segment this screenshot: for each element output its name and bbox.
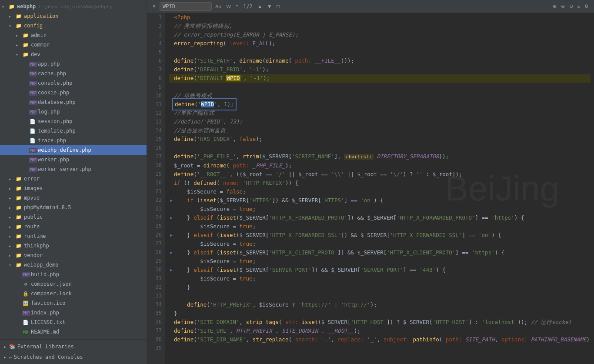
txt-icon-license: 📄 bbox=[22, 320, 30, 325]
label-log-php: log.php bbox=[38, 109, 60, 115]
code-line-6: define('SITE_PATH', dirname(dirname( pat… bbox=[169, 57, 591, 65]
sidebar-item-console-php[interactable]: ▸ PHP console.php bbox=[0, 78, 147, 88]
sidebar-item-route[interactable]: ▸ 📁 route bbox=[0, 222, 147, 231]
code-line-5 bbox=[169, 48, 591, 57]
folder-icon-phpmyadmin: 📁 bbox=[15, 205, 23, 210]
sidebar-item-common[interactable]: ▸ 📁 common bbox=[0, 40, 147, 50]
search-next-button[interactable]: ▼ bbox=[266, 3, 274, 10]
sidebar-item-trace-php[interactable]: ▸ 📄 trace.php bbox=[0, 136, 147, 145]
search-opt2-button[interactable]: ⊖ bbox=[559, 3, 567, 10]
code-line-2: // 异常错误报错级别, bbox=[169, 22, 591, 30]
label-database-php: database.php bbox=[38, 99, 76, 105]
code-line-35: } bbox=[169, 309, 591, 318]
search-filter-button[interactable]: ⊕ bbox=[551, 3, 558, 10]
label-worker-php: worker.php bbox=[38, 157, 69, 163]
php-icon-build: PHP bbox=[22, 272, 30, 277]
sidebar-item-license[interactable]: ▸ 📄 LICENSE.txt bbox=[0, 317, 147, 327]
sidebar-item-vendor[interactable]: ▸ 📁 vendor bbox=[0, 250, 147, 260]
code-line-24: ▶ } elseif (isset($_SERVER['HTTP_X_FORWA… bbox=[169, 214, 591, 222]
folder-icon-application: 📁 bbox=[15, 13, 23, 19]
sidebar-item-root[interactable]: ▾ 📁 webphp D:\phpstudy_pro\WWW\webphp bbox=[0, 2, 147, 11]
folder-icon-config: 📁 bbox=[15, 23, 23, 29]
code-line-10: // 单账号模式 bbox=[169, 91, 591, 100]
sidebar: ▾ 📁 webphp D:\phpstudy_pro\WWW\webphp ▸ … bbox=[0, 0, 147, 364]
sidebar-item-config[interactable]: ▾ 📁 config bbox=[0, 21, 147, 30]
label-session-php: session.php bbox=[38, 118, 72, 124]
search-match-case-button[interactable]: Aa bbox=[214, 3, 223, 10]
code-line-15: define('HAS_INDEX', false); bbox=[169, 135, 591, 144]
sidebar-item-template-php[interactable]: ▸ 📄 template.php bbox=[0, 126, 147, 136]
code-line-19: define('__ROOT__', (($_root == '/' || $_… bbox=[169, 170, 591, 179]
php-icon-console: PHP bbox=[29, 80, 37, 86]
editor: BeiJing 1 2 3 4 5 6 7 8 9 10 11 12 13 14… bbox=[147, 13, 594, 364]
sidebar-bottom: ▸ 📚 External Libraries ▸ ✏️ Scratches an… bbox=[0, 339, 147, 364]
sidebar-item-images[interactable]: ▸ 📁 images bbox=[0, 184, 147, 193]
sidebar-item-composer-lock[interactable]: ▸ 🔒 composer.lock bbox=[0, 289, 147, 298]
label-images: images bbox=[24, 185, 43, 191]
sidebar-item-error[interactable]: ▸ 📁 error bbox=[0, 174, 147, 184]
sidebar-item-scratches[interactable]: ▸ ✏️ Scratches and Consoles bbox=[0, 352, 147, 362]
search-close-button[interactable]: ✕ bbox=[150, 3, 158, 10]
sidebar-item-build-php[interactable]: ▸ PHP build.php bbox=[0, 270, 147, 279]
code-line-4: error_reporting( level: E_ALL); bbox=[169, 39, 591, 48]
code-line-13: //define('PBID', 73); bbox=[169, 117, 591, 126]
search-opt3-button[interactable]: ⊙ bbox=[567, 3, 575, 10]
sidebar-item-weiphp-define[interactable]: ▸ PHP weiphp_define.php bbox=[0, 145, 147, 155]
sidebar-item-cookie-php[interactable]: ▸ PHP cookie.php bbox=[0, 88, 147, 97]
folder-icon-route: 📁 bbox=[15, 224, 23, 230]
sidebar-item-app-php[interactable]: ▸ PHP app.php bbox=[0, 59, 147, 69]
label-build-php: build.php bbox=[31, 271, 59, 277]
php-icon-trace: 📄 bbox=[29, 138, 37, 144]
sidebar-item-worker-php[interactable]: ▸ PHP worker.php bbox=[0, 155, 147, 164]
sidebar-item-phpmyadmin[interactable]: ▸ 📁 phpMyAdmin4.8.5 bbox=[0, 203, 147, 212]
scratches-label: Scratches and Consoles bbox=[14, 354, 83, 360]
code-line-14: //是否显示官网首页 bbox=[169, 126, 591, 135]
search-opt4-button[interactable]: ≡ bbox=[576, 3, 582, 10]
folder-icon-error: 📁 bbox=[15, 176, 23, 182]
php-icon-database: PHP bbox=[29, 100, 37, 105]
sidebar-item-mpvue[interactable]: ▸ 📁 mpvue bbox=[0, 193, 147, 203]
sidebar-item-application[interactable]: ▸ 📁 application bbox=[0, 11, 147, 21]
code-line-11: define('WPID', 1); bbox=[169, 100, 591, 109]
code-line-37: define('SITE_URL', HTTP_PREFIX . SITE_DO… bbox=[169, 327, 591, 335]
php-icon-index: PHP bbox=[22, 310, 30, 316]
php-icon-worker-server: PHP bbox=[29, 167, 37, 172]
code-area[interactable]: <?php // 异常错误报错级别, // error_reporting(E_… bbox=[165, 13, 594, 364]
search-funnel-button[interactable]: ⚙ bbox=[583, 3, 591, 10]
label-application: application bbox=[24, 13, 58, 19]
sidebar-item-cache-php[interactable]: ▸ PHP cache.php bbox=[0, 69, 147, 78]
search-whole-word-button[interactable]: W bbox=[224, 3, 232, 10]
folder-icon-vendor: 📁 bbox=[15, 253, 23, 258]
code-line-26: ▶ } elseif (isset($_SERVER['HTTP_X_FORWA… bbox=[169, 231, 591, 240]
sidebar-item-thinkphp[interactable]: ▸ 📁 thinkphp bbox=[0, 241, 147, 250]
sidebar-item-log-php[interactable]: ▸ PHP log.php bbox=[0, 107, 147, 117]
sidebar-item-external-libraries[interactable]: ▸ 📚 External Libraries bbox=[0, 341, 147, 352]
label-app-php: app.php bbox=[38, 61, 60, 67]
sidebar-item-session-php[interactable]: ▸ 📄 session.php bbox=[0, 117, 147, 126]
folder-icon-mpvue: 📁 bbox=[15, 195, 23, 201]
sidebar-item-runtime[interactable]: ▸ 📁 runtime bbox=[0, 231, 147, 241]
sidebar-item-index-php[interactable]: ▸ PHP index.php bbox=[0, 308, 147, 317]
scratches-icon: ▸ bbox=[3, 354, 7, 360]
sidebar-item-readme[interactable]: ▸ MD README.md bbox=[0, 327, 147, 337]
sidebar-item-worker-server-php[interactable]: ▸ PHP worker_server.php bbox=[0, 164, 147, 174]
search-input[interactable] bbox=[163, 3, 197, 10]
sidebar-item-admin[interactable]: ▸ 📁 admin bbox=[0, 30, 147, 40]
search-multi-file-button[interactable]: □ bbox=[275, 3, 281, 10]
sidebar-item-public[interactable]: ▸ 📁 public bbox=[0, 212, 147, 222]
search-regex-button[interactable]: * bbox=[234, 3, 240, 10]
label-worker-server-php: worker_server.php bbox=[38, 166, 91, 172]
sidebar-item-weiapp-demo[interactable]: ▾ 📁 weiapp_demo bbox=[0, 260, 147, 270]
folder-icon-root: 📁 bbox=[8, 4, 16, 10]
sidebar-item-favicon[interactable]: ▸ 🖼️ favicon.ico bbox=[0, 298, 147, 308]
sidebar-item-dev[interactable]: ▾ 📁 dev bbox=[0, 50, 147, 59]
search-prev-button[interactable]: ▲ bbox=[256, 3, 264, 10]
folder-icon-thinkphp: 📁 bbox=[15, 243, 23, 249]
code-line-33 bbox=[169, 292, 591, 301]
root-path: D:\phpstudy_pro\WWW\webphp bbox=[37, 4, 112, 10]
sidebar-item-database-php[interactable]: ▸ PHP database.php bbox=[0, 97, 147, 107]
label-readme: README.md bbox=[31, 329, 59, 335]
search-input-container bbox=[160, 2, 212, 11]
sidebar-item-composer-json[interactable]: ▸ ⚙️ composer.json bbox=[0, 279, 147, 289]
sidebar-tree[interactable]: ▾ 📁 webphp D:\phpstudy_pro\WWW\webphp ▸ … bbox=[0, 0, 147, 339]
